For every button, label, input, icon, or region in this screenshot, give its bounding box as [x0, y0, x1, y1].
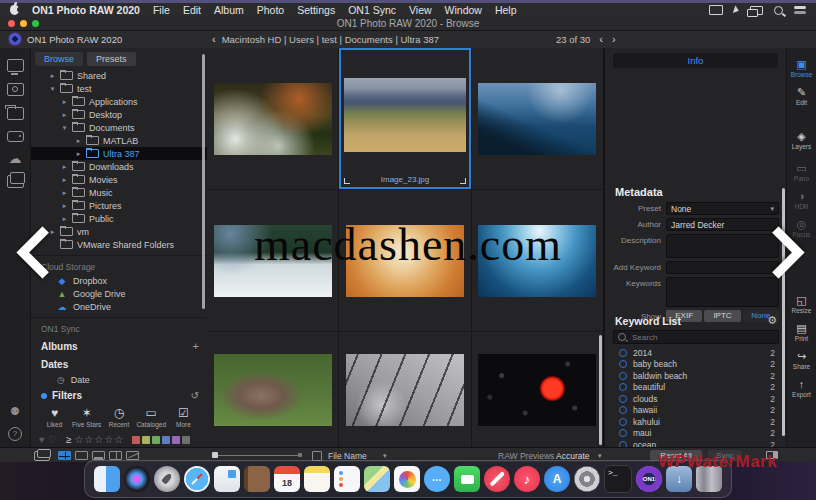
folder-tree-item[interactable]: ▾ Documents	[31, 121, 207, 134]
help-icon[interactable]: ?	[8, 427, 22, 441]
dock-icon-system-preferences[interactable]	[574, 466, 600, 492]
menu-item[interactable]: ON1 Sync	[348, 4, 396, 16]
dock-icon-notes[interactable]	[304, 466, 330, 492]
filter-button[interactable]: ◷ Recent	[104, 407, 135, 428]
photo-cell[interactable]	[472, 332, 603, 447]
keyword-item[interactable]: hawaii 2	[605, 405, 787, 417]
color-filter-swatch[interactable]	[162, 436, 170, 444]
keyword-item[interactable]: kahului 2	[605, 416, 787, 428]
photo-cell[interactable]: Image_23.jpg	[339, 48, 470, 189]
tab-info[interactable]: Info	[613, 53, 778, 68]
photo-thumbnail[interactable]	[214, 354, 332, 426]
collection-view-icon[interactable]	[34, 451, 50, 461]
chevron-down-icon[interactable]: ▾	[598, 452, 602, 460]
dates-section[interactable]: Dates	[31, 355, 207, 373]
preset-dropdown[interactable]: None ▾	[666, 202, 779, 215]
color-filter-swatch[interactable]	[142, 436, 150, 444]
dock-icon-facetime[interactable]	[454, 466, 480, 492]
module-tool[interactable]: ▭ Pano	[794, 162, 809, 182]
keyword-toggle-icon[interactable]	[619, 406, 627, 414]
keyword-toggle-icon[interactable]	[619, 383, 627, 391]
folder-tree-item[interactable]: ▸ Desktop	[31, 108, 207, 121]
tree-chevron-icon[interactable]: ▾	[61, 124, 68, 132]
menu-item[interactable]: Window	[445, 4, 482, 16]
keyword-toggle-icon[interactable]	[619, 372, 627, 380]
cloud-storage-item[interactable]: ☁ OneDrive	[31, 300, 207, 313]
folder-tree-item[interactable]: ▸ Shared	[31, 69, 207, 82]
module-tool[interactable]: ✎ Edit	[796, 86, 807, 106]
quick-slideshow-button[interactable]	[126, 451, 139, 460]
apple-menu-icon[interactable]	[10, 5, 19, 15]
control-center-icon[interactable]	[794, 6, 806, 14]
thumbnail-size-slider[interactable]	[214, 455, 300, 456]
folder-tree-item[interactable]: ▸ MATLAB	[31, 134, 207, 147]
previous-photo-button[interactable]: ‹	[599, 35, 603, 44]
photo-cell[interactable]	[207, 332, 338, 447]
keyword-item[interactable]: baldwin beach 2	[605, 370, 787, 382]
tree-chevron-icon[interactable]: ▸	[61, 111, 68, 119]
folder-tree-item[interactable]: ▾ test	[31, 82, 207, 95]
tree-chevron-icon[interactable]: ▸	[75, 150, 82, 158]
filter-button[interactable]: ▭ Cataloged	[136, 407, 167, 428]
cloud-icon[interactable]	[8, 153, 23, 164]
photo-thumbnail[interactable]	[478, 83, 596, 155]
dock-icon-contacts[interactable]	[244, 466, 270, 492]
menu-item[interactable]: Help	[495, 4, 517, 16]
gear-icon[interactable]: ⚙	[767, 314, 777, 327]
date-item[interactable]: ◷ Date	[31, 373, 207, 386]
menu-item[interactable]: File	[153, 4, 170, 16]
tab-browse[interactable]: Browse	[35, 52, 83, 66]
photo-thumbnail[interactable]	[344, 78, 466, 152]
tab-presets[interactable]: Presets	[87, 52, 136, 66]
dock-icon-reminders[interactable]	[334, 466, 360, 492]
filter-button[interactable]: ♥ Liked	[39, 407, 70, 428]
albums-section[interactable]: Albums +	[31, 336, 207, 355]
tree-chevron-icon[interactable]: ▸	[61, 98, 68, 106]
tree-chevron-icon[interactable]: ▸	[75, 137, 82, 145]
breadcrumb-back-icon[interactable]: ‹	[212, 35, 216, 44]
add-album-button[interactable]: +	[193, 340, 199, 352]
folders-icon[interactable]	[7, 107, 24, 120]
dock-icon-launchpad[interactable]	[154, 466, 180, 492]
spotlight-search-icon[interactable]	[774, 6, 783, 15]
dock-icon-siri[interactable]	[124, 466, 150, 492]
display-icon[interactable]	[709, 5, 723, 15]
menu-app-name[interactable]: ON1 Photo RAW 2020	[32, 4, 140, 16]
keyword-toggle-icon[interactable]	[619, 395, 627, 403]
dock-icon-maps[interactable]	[364, 466, 390, 492]
grid-scrollbar[interactable]	[599, 335, 602, 445]
dock-icon-calendar[interactable]: 18	[274, 466, 300, 492]
dock-icon-app-store[interactable]: A	[544, 466, 570, 492]
photo-cell[interactable]	[207, 48, 338, 189]
photo-thumbnail[interactable]	[478, 354, 596, 426]
dock-icon-photos[interactable]	[394, 466, 420, 492]
compare-view-button[interactable]	[109, 451, 122, 460]
mirror-displays-icon[interactable]	[750, 6, 763, 15]
module-tool[interactable]: ↑ Export	[792, 378, 811, 398]
detail-view-button[interactable]	[75, 451, 88, 460]
not-liked-filter-icon[interactable]: ♡	[48, 434, 57, 445]
keyword-item[interactable]: maui 2	[605, 428, 787, 440]
module-tool[interactable]: ◑ HDR	[794, 190, 808, 210]
color-filter-swatch[interactable]	[152, 436, 160, 444]
liked-filter-icon[interactable]: ♥	[39, 434, 45, 445]
keyword-search[interactable]	[613, 330, 779, 344]
tree-chevron-icon[interactable]: ▸	[61, 163, 68, 171]
keyword-item[interactable]: beautiful 2	[605, 382, 787, 394]
module-tool[interactable]: ◈ Layers	[792, 130, 812, 150]
module-tool[interactable]: ◱ Resize	[792, 294, 812, 314]
module-tool[interactable]: ▣ Browse	[791, 58, 813, 78]
keyword-item[interactable]: baby beach 2	[605, 359, 787, 371]
reset-filters-icon[interactable]: ↺	[191, 390, 199, 401]
photo-thumbnail[interactable]	[346, 354, 464, 426]
drive-icon[interactable]	[7, 131, 24, 142]
module-tool[interactable]: ▤ Print	[795, 322, 808, 342]
dock-icon-terminal[interactable]: >_	[604, 465, 632, 493]
next-photo-button[interactable]: ›	[612, 35, 616, 44]
albums-stack-icon[interactable]	[7, 175, 24, 188]
menu-item[interactable]: Edit	[183, 4, 201, 16]
dock-icon-finder[interactable]	[94, 466, 120, 492]
photo-thumbnail[interactable]	[214, 83, 332, 155]
rating-ge-icon[interactable]: ≥	[66, 434, 72, 445]
module-tool[interactable]: ↪ Share	[793, 350, 810, 370]
